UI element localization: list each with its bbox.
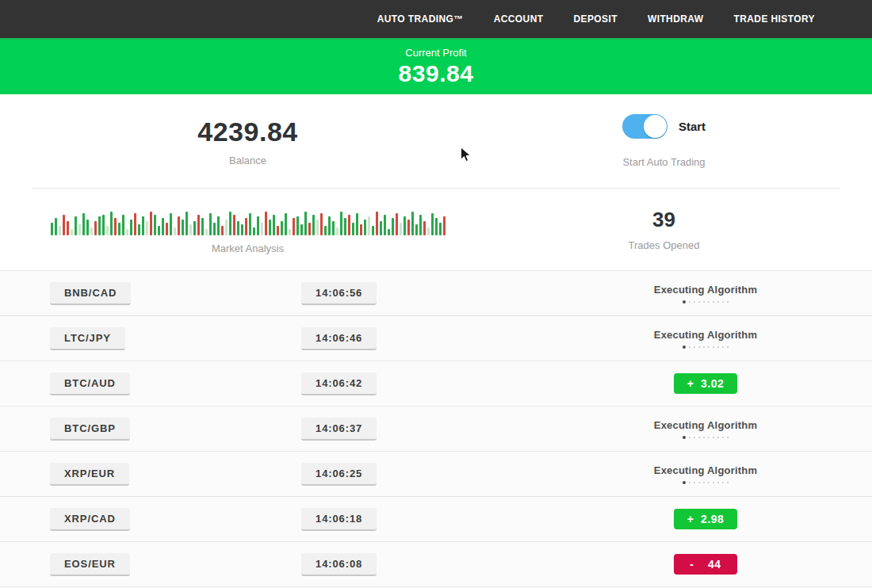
chart-bar [415, 224, 418, 235]
auto-trading-toggle[interactable] [622, 114, 667, 139]
executing-algorithm-label: Executing Algorithm [654, 464, 757, 476]
chart-bar [388, 229, 390, 235]
chart-bar [162, 218, 164, 235]
chart-bar [340, 212, 342, 235]
chart-bar [277, 226, 279, 235]
nav-item-auto-trading-[interactable]: AUTO TRADING™ [377, 13, 464, 25]
chart-bar [142, 216, 144, 235]
trades-opened-label: Trades Opened [629, 239, 700, 251]
chart-bar [392, 218, 394, 235]
chart-bar [217, 216, 220, 235]
chart-bar [300, 224, 303, 235]
chart-bar [407, 220, 410, 235]
chart-bar [110, 212, 113, 235]
pair-pill: XRP/EUR [50, 463, 129, 486]
chart-bar [213, 223, 216, 235]
toggle-start-label: Start [679, 120, 706, 133]
chart-bar [209, 213, 212, 235]
nav-item-deposit[interactable]: DEPOSIT [573, 13, 617, 25]
status-cell: + 2.98 [539, 509, 872, 529]
chart-bar [233, 215, 235, 235]
pair-pill: EOS/EUR [50, 553, 130, 576]
start-auto-trading-label: Start Auto Trading [622, 156, 705, 168]
toggle-knob[interactable] [644, 115, 667, 138]
chart-bar [174, 227, 176, 235]
chart-bar [261, 223, 263, 235]
chart-bar [134, 213, 136, 235]
pair-pill: BTC/AUD [50, 372, 130, 395]
table-row: XRP/EUR 14:06:25 Executing Algorithm [0, 452, 872, 497]
chart-bar [71, 229, 73, 235]
progress-dots [683, 481, 729, 484]
executing-algorithm-label: Executing Algorithm [654, 284, 757, 296]
chart-bar [431, 213, 434, 235]
chart-bar [348, 215, 350, 235]
chart-bar [189, 224, 192, 235]
chart-bar [336, 227, 338, 235]
chart-bar [328, 216, 331, 235]
chart-bar [384, 215, 386, 235]
chart-bar [90, 227, 93, 235]
time-pill: 14:06:25 [301, 463, 377, 486]
chart-bar [63, 215, 65, 235]
chart-bar [229, 212, 231, 235]
chart-bar [126, 229, 128, 235]
chart-bar [372, 226, 374, 235]
chart-bar [304, 212, 307, 235]
nav-item-account[interactable]: ACCOUNT [494, 13, 544, 25]
time-pill: 14:06:42 [301, 372, 377, 395]
market-analysis-chart [51, 205, 446, 235]
chart-bar [154, 215, 156, 235]
chart-bar [114, 218, 117, 235]
nav-item-withdraw[interactable]: WITHDRAW [648, 13, 704, 25]
profit-badge: + 3.02 [674, 373, 737, 394]
chart-bar [82, 213, 85, 235]
balance-section: 4239.84 Balance Start Start Auto Trading [0, 94, 872, 188]
chart-bar [166, 223, 168, 235]
status-cell: Executing Algorithm [539, 419, 872, 439]
chart-bar [320, 213, 323, 235]
executing-algorithm-label: Executing Algorithm [654, 419, 757, 431]
chart-bar [94, 221, 97, 235]
chart-bar [396, 213, 398, 235]
chart-bar [102, 215, 105, 235]
profit-badge: + 2.98 [674, 509, 737, 529]
time-pill: 14:06:46 [301, 327, 377, 350]
chart-bar [285, 213, 287, 235]
chart-bar [86, 220, 89, 235]
loss-badge: - 44 [674, 554, 737, 575]
chart-bar [380, 221, 382, 235]
chart-bar [253, 227, 255, 235]
chart-bar [356, 213, 358, 235]
chart-bar [296, 216, 299, 235]
chart-bar [324, 226, 327, 235]
market-analysis-section: Market Analysis 39 Trades Opened [0, 189, 872, 270]
chart-bar [241, 224, 243, 235]
chart-bar [289, 229, 291, 235]
chart-bar [419, 215, 422, 235]
chart-bar [368, 216, 370, 235]
chart-bar [118, 223, 120, 235]
nav-item-trade-history[interactable]: TRADE HISTORY [733, 13, 815, 25]
table-row: XRP/CAD 14:06:18 + 2.98 [0, 497, 872, 542]
chart-bar [197, 215, 200, 235]
status-cell: Executing Algorithm [539, 284, 872, 304]
chart-bar [51, 223, 53, 235]
chart-bar [130, 220, 132, 235]
status-cell: Executing Algorithm [539, 464, 872, 484]
chart-bar [182, 220, 184, 235]
chart-bar [403, 216, 406, 235]
chart-bar [376, 212, 378, 235]
status-cell: - 44 [539, 554, 872, 575]
status-cell: + 3.02 [539, 373, 872, 394]
progress-dots [683, 346, 729, 349]
chart-bar [249, 213, 251, 235]
chart-bar [178, 216, 180, 235]
chart-bar [122, 215, 124, 235]
chart-bar [400, 223, 402, 235]
chart-bar [308, 223, 311, 235]
time-pill: 14:06:56 [301, 282, 377, 305]
chart-bar [332, 221, 335, 235]
chart-bar [98, 216, 101, 235]
chart-bar [352, 223, 354, 235]
